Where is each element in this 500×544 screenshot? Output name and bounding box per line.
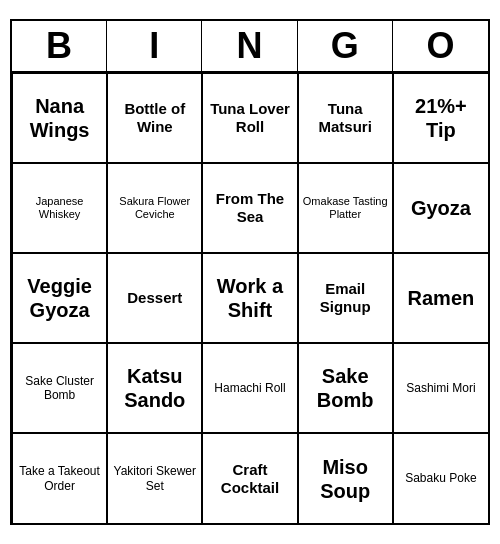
bingo-cell-text: Sakura Flower Ceviche bbox=[112, 195, 197, 221]
bingo-cell-text: Dessert bbox=[127, 289, 182, 307]
bingo-cell: Gyoza bbox=[393, 163, 488, 253]
bingo-card: BINGO Nana WingsBottle of WineTuna Lover… bbox=[10, 19, 490, 525]
bingo-cell: Take a Takeout Order bbox=[12, 433, 107, 523]
bingo-cell-text: Email Signup bbox=[303, 280, 388, 316]
bingo-cell-text: Sabaku Poke bbox=[405, 471, 476, 485]
bingo-cell: Sake Cluster Bomb bbox=[12, 343, 107, 433]
bingo-cell-text: Craft Cocktail bbox=[207, 461, 292, 497]
bingo-cell-text: 21%+ Tip bbox=[398, 94, 484, 142]
bingo-header: BINGO bbox=[12, 21, 488, 73]
bingo-cell-text: Yakitori Skewer Set bbox=[112, 464, 197, 493]
bingo-cell-text: Veggie Gyoza bbox=[17, 274, 102, 322]
bingo-cell: Sakura Flower Ceviche bbox=[107, 163, 202, 253]
bingo-cell: 21%+ Tip bbox=[393, 73, 488, 163]
bingo-cell: Yakitori Skewer Set bbox=[107, 433, 202, 523]
bingo-cell-text: Tuna Matsuri bbox=[303, 100, 388, 136]
bingo-cell: Bottle of Wine bbox=[107, 73, 202, 163]
bingo-header-letter: I bbox=[107, 21, 202, 71]
bingo-cell-text: Nana Wings bbox=[17, 94, 102, 142]
bingo-cell-text: From The Sea bbox=[207, 190, 292, 226]
bingo-cell-text: Miso Soup bbox=[303, 455, 388, 503]
bingo-header-letter: G bbox=[298, 21, 393, 71]
bingo-cell-text: Omakase Tasting Platter bbox=[303, 195, 388, 221]
bingo-cell: Sashimi Mori bbox=[393, 343, 488, 433]
bingo-cell: Sake Bomb bbox=[298, 343, 393, 433]
bingo-cell-text: Katsu Sando bbox=[112, 364, 197, 412]
bingo-cell: Tuna Lover Roll bbox=[202, 73, 297, 163]
bingo-cell: Tuna Matsuri bbox=[298, 73, 393, 163]
bingo-cell: Hamachi Roll bbox=[202, 343, 297, 433]
bingo-cell: From The Sea bbox=[202, 163, 297, 253]
bingo-cell-text: Tuna Lover Roll bbox=[207, 100, 292, 136]
bingo-cell-text: Sashimi Mori bbox=[406, 381, 475, 395]
bingo-cell-text: Work a Shift bbox=[207, 274, 292, 322]
bingo-cell: Miso Soup bbox=[298, 433, 393, 523]
bingo-cell: Omakase Tasting Platter bbox=[298, 163, 393, 253]
bingo-cell: Work a Shift bbox=[202, 253, 297, 343]
bingo-cell-text: Gyoza bbox=[411, 196, 471, 220]
bingo-cell-text: Sake Bomb bbox=[303, 364, 388, 412]
bingo-cell: Veggie Gyoza bbox=[12, 253, 107, 343]
bingo-cell: Katsu Sando bbox=[107, 343, 202, 433]
bingo-cell: Craft Cocktail bbox=[202, 433, 297, 523]
bingo-cell-text: Bottle of Wine bbox=[112, 100, 197, 136]
bingo-header-letter: B bbox=[12, 21, 107, 71]
bingo-cell: Dessert bbox=[107, 253, 202, 343]
bingo-cell: Nana Wings bbox=[12, 73, 107, 163]
bingo-cell-text: Japanese Whiskey bbox=[17, 195, 102, 221]
bingo-cell-text: Ramen bbox=[408, 286, 475, 310]
bingo-cell: Ramen bbox=[393, 253, 488, 343]
bingo-cell: Email Signup bbox=[298, 253, 393, 343]
bingo-cell-text: Hamachi Roll bbox=[214, 381, 285, 395]
bingo-cell-text: Take a Takeout Order bbox=[17, 464, 102, 493]
bingo-cell: Japanese Whiskey bbox=[12, 163, 107, 253]
bingo-cell: Sabaku Poke bbox=[393, 433, 488, 523]
bingo-grid: Nana WingsBottle of WineTuna Lover RollT… bbox=[12, 73, 488, 523]
bingo-header-letter: N bbox=[202, 21, 297, 71]
bingo-header-letter: O bbox=[393, 21, 488, 71]
bingo-cell-text: Sake Cluster Bomb bbox=[17, 374, 102, 403]
